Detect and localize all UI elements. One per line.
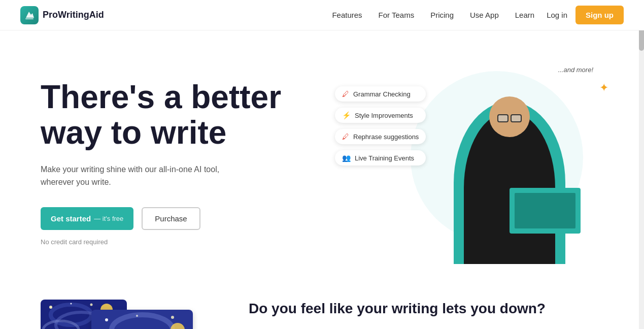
pill-rephrase-label: Rephrase suggestions <box>353 133 419 141</box>
signup-button[interactable]: Sign up <box>575 6 624 24</box>
feature-pills: 🖊 Grammar Checking ⚡ Style Improvements … <box>335 86 426 166</box>
nav-links: Features For Teams Pricing Use App Learn <box>332 11 534 19</box>
logo[interactable]: ProWritingAid <box>20 6 104 24</box>
laptop <box>510 188 581 234</box>
no-cc-text: No credit card required <box>41 238 325 246</box>
rephrase-icon: 🖊 <box>342 133 349 141</box>
nav-use-app[interactable]: Use App <box>470 11 499 19</box>
svg-point-21 <box>171 316 174 319</box>
nav-for-teams[interactable]: For Teams <box>379 11 415 19</box>
person-body <box>464 112 555 264</box>
lower-section-title: Do you feel like your writing lets you d… <box>249 300 624 318</box>
svg-point-8 <box>71 303 72 305</box>
hero-right: 🖊 Grammar Checking ⚡ Style Improvements … <box>325 61 624 264</box>
svg-point-20 <box>105 318 108 321</box>
training-icon: 👥 <box>342 154 351 162</box>
grammar-icon: 🖊 <box>342 90 349 98</box>
pill-training: 👥 Live Training Events <box>335 150 426 166</box>
lower-body-text: We know what it's like to feel the FEAR … <box>249 326 472 329</box>
navbar: ProWritingAid Features For Teams Pricing… <box>0 0 644 30</box>
pill-style-label: Style Improvements <box>355 112 413 119</box>
person-head <box>489 96 530 137</box>
scrollbar-track[interactable] <box>639 0 644 329</box>
purchase-button[interactable]: Purchase <box>142 207 200 230</box>
svg-point-6 <box>90 304 93 306</box>
logo-text: ProWritingAid <box>43 10 104 20</box>
hero-person-area <box>441 76 578 264</box>
svg-rect-0 <box>25 18 33 19</box>
get-started-label: Get started <box>51 214 91 223</box>
nav-learn[interactable]: Learn <box>515 11 534 19</box>
pill-style: ⚡ Style Improvements <box>335 108 426 123</box>
hero-left: There's a better way to write Make your … <box>41 79 325 246</box>
pill-training-label: Live Training Events <box>355 154 414 162</box>
svg-point-5 <box>49 306 52 309</box>
person-glasses <box>497 114 522 122</box>
star-decoration: ✦ <box>599 81 608 94</box>
style-icon: ⚡ <box>342 111 351 119</box>
starry-image-front <box>91 310 193 329</box>
login-link[interactable]: Log in <box>547 11 567 19</box>
lower-section: My idea in my head Do you feel like your… <box>0 284 644 329</box>
pill-rephrase: 🖊 Rephrase suggestions <box>335 129 426 144</box>
get-started-button[interactable]: Get started — it's free <box>41 207 133 230</box>
svg-point-22 <box>136 315 138 317</box>
hero-subtitle: Make your writing shine with our all-in-… <box>41 163 325 189</box>
pill-grammar-label: Grammar Checking <box>353 90 411 98</box>
lower-images: My idea in my head <box>41 294 218 329</box>
more-label: ...and more! <box>558 66 593 74</box>
hero-buttons: Get started — it's free Purchase <box>41 207 325 230</box>
free-tag: — it's free <box>94 215 123 222</box>
hero-section: There's a better way to write Make your … <box>0 30 644 284</box>
logo-icon <box>20 6 39 24</box>
lower-right: Do you feel like your writing lets you d… <box>249 294 624 329</box>
nav-pricing[interactable]: Pricing <box>430 11 454 19</box>
pill-grammar: 🖊 Grammar Checking <box>335 86 426 102</box>
nav-features[interactable]: Features <box>332 11 362 19</box>
hero-title: There's a better way to write <box>41 79 325 151</box>
